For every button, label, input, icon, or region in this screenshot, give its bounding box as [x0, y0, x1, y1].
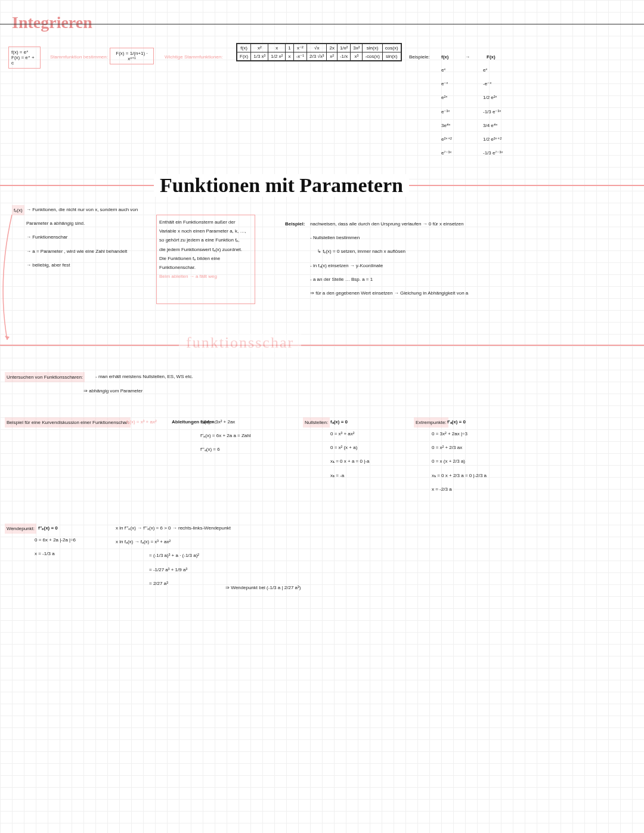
fa-notes: → Funktionen, die nicht nur von x, sonde…: [26, 205, 145, 270]
wpr-line: = -1/27 a³ + 1/9 a³: [116, 565, 318, 574]
beispiele-hdr-f: f(x): [441, 52, 448, 61]
list-item: eˣ: [441, 66, 452, 75]
func-table: f(x) x² x 1 x⁻² √x 2x 1/x² 3x² sin(x) co…: [236, 43, 402, 61]
wp-line: 0 = 6x + 2a |-2a |÷6: [35, 535, 76, 544]
cell: 2/3 √x³: [307, 52, 327, 61]
wpr-line: x in fₐ(x) → fₐ(x) = x³ + ax²: [116, 537, 318, 546]
bsp-line: - Nullstellen bestimmen: [310, 233, 561, 242]
cell: cos(x): [382, 44, 401, 52]
section-rule-2: [0, 345, 644, 346]
beispiele-f-col: eˣ e⁻ˣ e²ˣ e⁻³ˣ 3e⁴ˣ e²ˣ⁺² e⁷⁻³ˣ: [441, 66, 452, 157]
rule1-l2: F(x) = eˣ + c: [11, 55, 38, 66]
kurven-label: Beispiel für eine Kurvendiskussion einer…: [5, 417, 131, 428]
wende-lines: 0 = 6x + 2a |-2a |÷6 x = -1/3 a: [35, 535, 76, 558]
cell: x²: [251, 44, 268, 52]
rule1-l1: f(x) = eˣ: [11, 49, 38, 55]
def-line: Die Funktionen fₐ bilden eine Funktionen…: [159, 254, 252, 272]
rulelabel-2: Wichtige Stammfunktionen:: [165, 52, 222, 61]
cell: 2x: [327, 44, 337, 52]
cell: f(x): [237, 44, 251, 52]
list-item: e⁻ˣ: [441, 79, 452, 88]
list-item: 1/2 e²ˣ: [483, 93, 503, 102]
cell: sin(x): [363, 44, 382, 52]
extrem-lines: 0 = 3x² + 2ax |÷3 0 = x² + 2/3 ax 0 = x …: [432, 429, 487, 494]
bsp-line: nachweisen, dass alle durch den Ursprung…: [310, 219, 561, 228]
ex-line: 0 = x² + 2/3 ax: [432, 443, 487, 452]
cell: 1: [286, 44, 293, 52]
def-line: die jedem Funktionswert fₐ(x) zuordnet.: [159, 245, 252, 254]
note-line: → Funktionenschar: [26, 233, 145, 241]
cell: 1/2 x²: [268, 52, 286, 61]
list-item: 1/2 e²ˣ⁺²: [483, 135, 503, 144]
table-row: f(x) x² x 1 x⁻² √x 2x 1/x² 3x² sin(x) co…: [237, 44, 401, 52]
bsp-lines: nachweisen, dass alle durch den Ursprung…: [310, 219, 561, 298]
ns-line: x₁ = 0 x + a = 0 |-a: [330, 457, 369, 466]
rulelabel-1: Stammfunktion bestimmen:: [50, 52, 108, 61]
extrem-label: Extrempunkte:: [414, 417, 448, 428]
ex-line: x = -2/3 a: [432, 485, 487, 494]
arrow-icon: →: [465, 52, 470, 61]
list-item: eˣ: [483, 66, 503, 75]
beispiele-F-col: eˣ -e⁻ˣ 1/2 e²ˣ -1/3 e⁻³ˣ 3/4 e⁴ˣ 1/2 e²…: [483, 66, 503, 157]
cell: x: [286, 52, 293, 61]
ex-line: x₁ = 0 x + 2/3 a = 0 |-2/3 a: [432, 471, 487, 480]
list-item: e⁻³ˣ: [441, 107, 452, 116]
beispiele-label: Beispiele:: [409, 52, 430, 61]
cell: x⁻²: [293, 44, 306, 52]
definition-box: Enthält ein Funktionsterm außer der Vari…: [156, 215, 255, 304]
cell: x³: [351, 52, 363, 61]
bsp-line: ↳ fₐ(x) = 0 setzen, immer nach x auflöse…: [310, 247, 561, 256]
beispiele-hdr-F: F(x): [487, 52, 496, 61]
list-item: -1/3 e⁻³ˣ: [483, 107, 503, 116]
cell: 3x²: [351, 44, 363, 52]
list-item: e²ˣ⁺²: [441, 135, 452, 144]
wende-cond: f''ₐ(x) = 0: [38, 524, 58, 532]
section-title: Funktionen mit Parametern: [154, 174, 409, 197]
ex-line: 0 = 3x² + 2ax |÷3: [432, 429, 487, 438]
cell: 1/3 x³: [251, 52, 268, 61]
page-title: Integrieren: [12, 13, 92, 32]
ex-line: 0 = x (x + 2/3 a): [432, 457, 487, 466]
cell: √x: [307, 44, 327, 52]
section3-title: funktionsschar: [179, 334, 301, 352]
abl-line: f'''ₐ(x) = 6: [200, 445, 251, 454]
bsp-label: Beispiel:: [285, 219, 305, 228]
wende-right: x in f'''ₐ(x) → f'''ₐ(x) = 6 > 0 → recht…: [116, 524, 318, 588]
rulebox-1: f(x) = eˣ F(x) = eˣ + c: [8, 47, 41, 69]
cell: x²: [327, 52, 337, 61]
ns-line: 0 = x³ + ax²: [330, 429, 369, 438]
note-line: Parameter a abhängig sind.: [26, 219, 145, 228]
list-item: 3/4 e⁴ˣ: [483, 121, 503, 130]
ableitungen-lines: f'ₐ(x) = 3x² + 2ax f''ₐ(x) = 6x + 2a a =…: [200, 417, 251, 454]
note-line: → Funktionen, die nicht nur von x, sonde…: [26, 205, 145, 214]
list-item: e²ˣ: [441, 93, 452, 102]
note-line: → beliebig, aber fest: [26, 261, 145, 270]
ns-line: 0 = x² (x + a): [330, 443, 369, 452]
def-line: Beim ableiten → a fällt weg: [159, 272, 252, 281]
untersuchen-label: Untersuchen von Funktionsscharen:: [5, 372, 85, 382]
def-line: so gehört zu jedem a eine Funktion fₐ,: [159, 236, 252, 244]
cell: 1/x²: [337, 44, 350, 52]
note-line: → a = Parameter , wird wie eine Zahl beh…: [26, 247, 145, 256]
list-item: -e⁻ˣ: [483, 79, 503, 88]
extrem-cond: f'ₐ(x) = 0: [447, 417, 466, 426]
nullstellen-lines: 0 = x³ + ax² 0 = x² (x + a) x₁ = 0 x + a…: [330, 429, 369, 480]
bsp-line: - in fₐ(x) einsetzen → y-Koordinate: [310, 261, 561, 270]
nullstellen-cond: fₐ(x) = 0: [330, 417, 348, 426]
cell: F(x): [237, 52, 251, 61]
wp-line: x = -1/3 a: [35, 549, 76, 558]
cell: x: [268, 44, 286, 52]
arrow-curve-icon: [0, 215, 18, 346]
cell: -cos(x): [363, 52, 382, 61]
rulebox-2: F(x) = 1/(n+1) · xⁿ⁺¹: [110, 48, 154, 64]
abl-line: f'ₐ(x) = 3x² + 2ax: [200, 417, 251, 426]
def-line: Enthält ein Funktionsterm außer der: [159, 218, 252, 227]
cell: -1/x: [337, 52, 350, 61]
untersuchen-l1: - man erhält meistens Nullstellen, ES, W…: [95, 372, 193, 381]
wende-result: ⇒ Wendepunkt bei (-1/3 a | 2/27 a³): [225, 583, 301, 592]
list-item: -1/3 e⁷⁻³ˣ: [483, 148, 503, 157]
kurven-fx: fₐ(x) = x³ + ax²: [126, 417, 157, 426]
list-item: e⁷⁻³ˣ: [441, 148, 452, 157]
nullstellen-label: Nullstellen:: [303, 417, 330, 428]
cell: -x⁻¹: [293, 52, 306, 61]
